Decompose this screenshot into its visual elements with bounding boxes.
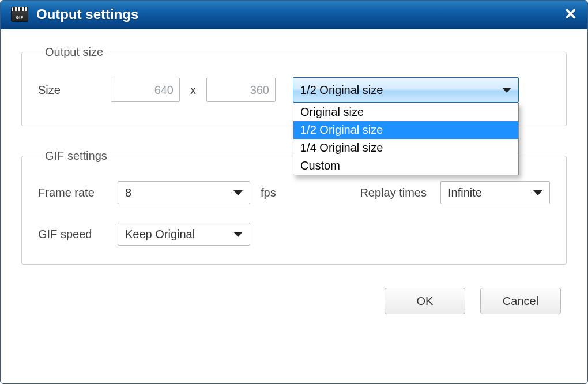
gif-speed-label: GIF speed: [38, 228, 107, 241]
size-separator: x: [189, 84, 197, 97]
output-size-legend: Output size: [42, 46, 107, 59]
frame-rate-value: 8: [125, 186, 131, 199]
size-preset-option[interactable]: 1/2 Original size: [293, 121, 518, 139]
replay-times-dropdown[interactable]: Infinite: [440, 181, 550, 204]
frame-rate-dropdown[interactable]: 8: [118, 181, 250, 204]
height-input[interactable]: [206, 78, 276, 102]
ok-button[interactable]: OK: [385, 288, 465, 314]
width-input[interactable]: [111, 78, 180, 102]
size-preset-dropdown[interactable]: 1/2 Original size Original size 1/2 Orig…: [293, 77, 519, 103]
size-preset-value: 1/2 Original size: [300, 84, 383, 97]
size-preset-option[interactable]: Original size: [293, 103, 518, 121]
fps-unit: fps: [261, 186, 276, 199]
size-preset-list: Original size 1/2 Original size 1/4 Orig…: [293, 103, 519, 175]
output-size-group: Output size Size x 1/2 Original size Ori…: [21, 46, 567, 126]
size-preset-option[interactable]: 1/4 Original size: [293, 139, 518, 157]
size-label: Size: [38, 84, 101, 97]
frame-rate-label: Frame rate: [38, 186, 107, 199]
replay-times-label: Replay times: [360, 186, 427, 199]
replay-times-value: Infinite: [448, 186, 482, 199]
dialog-buttons: OK Cancel: [21, 288, 567, 314]
gif-settings-legend: GIF settings: [42, 149, 111, 163]
size-preset-option[interactable]: Custom: [293, 157, 518, 175]
gif-app-icon: [11, 7, 28, 22]
output-settings-window: Output settings ✕ Output size Size x 1/2…: [0, 0, 588, 384]
cancel-button[interactable]: Cancel: [480, 288, 561, 314]
chevron-down-icon: [233, 190, 243, 195]
client-area: Output size Size x 1/2 Original size Ori…: [1, 29, 587, 326]
gif-speed-dropdown[interactable]: Keep Original: [118, 223, 250, 246]
size-preset-button[interactable]: 1/2 Original size: [293, 77, 519, 103]
titlebar: Output settings ✕: [1, 1, 587, 29]
gif-speed-value: Keep Original: [125, 228, 195, 241]
chevron-down-icon: [533, 190, 542, 195]
window-title: Output settings: [36, 6, 138, 22]
chevron-down-icon: [233, 232, 243, 237]
close-icon[interactable]: ✕: [564, 6, 577, 22]
chevron-down-icon: [502, 88, 511, 93]
